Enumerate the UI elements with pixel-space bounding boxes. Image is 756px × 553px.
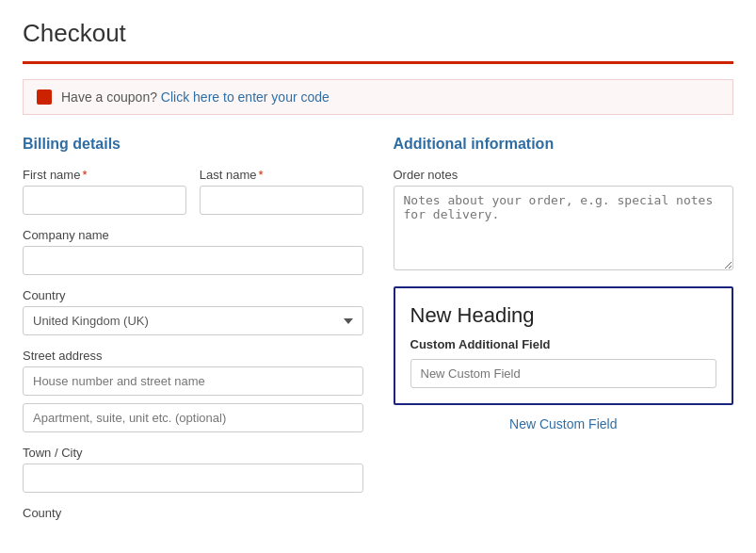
order-notes-textarea[interactable] [394, 186, 734, 270]
street-address-label: Street address [23, 349, 363, 363]
custom-field-input[interactable] [410, 359, 717, 388]
page-title: Checkout [23, 19, 733, 48]
company-name-input[interactable] [23, 246, 363, 275]
additional-section-title: Additional information [394, 136, 734, 153]
county-label: County [23, 506, 363, 520]
county-row: County [23, 506, 363, 520]
coupon-link[interactable]: Click here to enter your code [161, 89, 330, 105]
first-name-group: First name* [23, 168, 186, 215]
country-label: Country [23, 288, 363, 302]
page-wrapper: Checkout Have a coupon? Click here to en… [0, 0, 756, 553]
order-notes-label: Order notes [394, 168, 734, 182]
town-row: Town / City [23, 446, 363, 493]
name-row: First name* Last name* [23, 168, 363, 215]
town-label: Town / City [23, 446, 363, 460]
order-notes-row: Order notes [394, 168, 734, 273]
last-name-label: Last name* [200, 168, 363, 182]
street-address-row: Street address [23, 349, 363, 432]
custom-field-heading: New Heading [410, 303, 717, 328]
town-input[interactable] [23, 464, 363, 493]
last-name-group: Last name* [200, 168, 363, 215]
coupon-notice: Have a coupon? Click here to enter your … [23, 79, 733, 115]
company-name-label: Company name [23, 228, 363, 242]
custom-field-box: New Heading Custom Additional Field [394, 286, 734, 405]
country-select[interactable]: United Kingdom (UK) [23, 306, 363, 335]
custom-field-label: Custom Additional Field [410, 337, 717, 351]
additional-section: Additional information Order notes New H… [394, 136, 734, 533]
street-address-input[interactable] [23, 366, 363, 396]
apt-input[interactable] [23, 403, 363, 432]
company-name-row: Company name [23, 228, 363, 275]
billing-section: Billing details First name* Last name* C… [23, 136, 363, 533]
country-row: Country United Kingdom (UK) [23, 288, 363, 335]
first-name-input[interactable] [23, 186, 186, 215]
divider [23, 61, 733, 64]
add-custom-field-link[interactable]: New Custom Field [394, 416, 734, 431]
last-name-input[interactable] [200, 186, 363, 215]
two-col-layout: Billing details First name* Last name* C… [23, 136, 733, 533]
coupon-icon [37, 89, 52, 105]
coupon-text: Have a coupon? [61, 89, 157, 105]
billing-section-title: Billing details [23, 136, 363, 153]
first-name-label: First name* [23, 168, 186, 182]
